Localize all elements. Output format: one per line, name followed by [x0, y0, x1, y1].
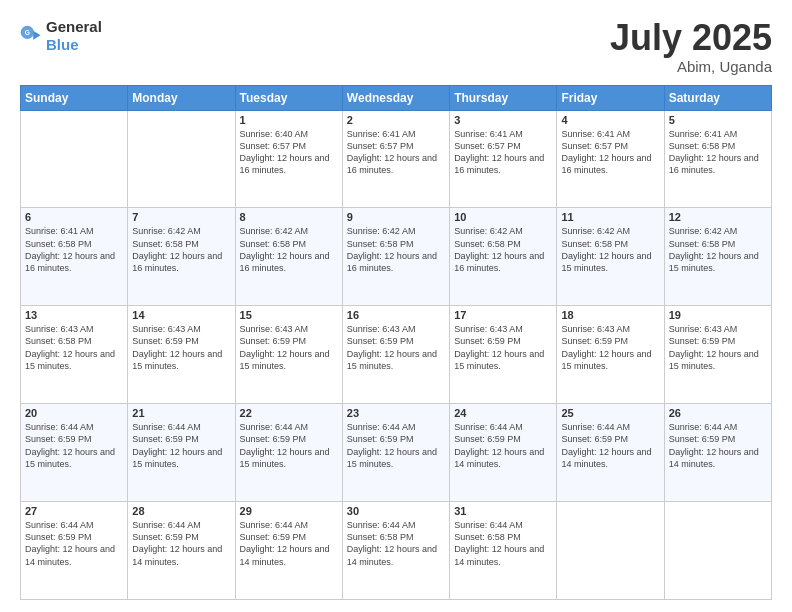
- day-number: 16: [347, 309, 445, 321]
- day-number: 30: [347, 505, 445, 517]
- day-number: 27: [25, 505, 123, 517]
- day-number: 7: [132, 211, 230, 223]
- day-number: 18: [561, 309, 659, 321]
- day-info: Sunrise: 6:41 AMSunset: 6:57 PMDaylight:…: [347, 128, 445, 177]
- day-number: 6: [25, 211, 123, 223]
- day-number: 23: [347, 407, 445, 419]
- day-number: 26: [669, 407, 767, 419]
- svg-text:G: G: [25, 29, 30, 36]
- weekday-header-friday: Friday: [557, 85, 664, 110]
- day-info: Sunrise: 6:42 AMSunset: 6:58 PMDaylight:…: [454, 225, 552, 274]
- day-info: Sunrise: 6:40 AMSunset: 6:57 PMDaylight:…: [240, 128, 338, 177]
- calendar-cell: 18Sunrise: 6:43 AMSunset: 6:59 PMDayligh…: [557, 306, 664, 404]
- calendar-cell: 2Sunrise: 6:41 AMSunset: 6:57 PMDaylight…: [342, 110, 449, 208]
- day-info: Sunrise: 6:44 AMSunset: 6:59 PMDaylight:…: [454, 421, 552, 470]
- day-info: Sunrise: 6:41 AMSunset: 6:58 PMDaylight:…: [25, 225, 123, 274]
- weekday-header-monday: Monday: [128, 85, 235, 110]
- weekday-header-thursday: Thursday: [450, 85, 557, 110]
- day-info: Sunrise: 6:42 AMSunset: 6:58 PMDaylight:…: [132, 225, 230, 274]
- day-number: 3: [454, 114, 552, 126]
- calendar-cell: [664, 502, 771, 600]
- calendar-cell: 11Sunrise: 6:42 AMSunset: 6:58 PMDayligh…: [557, 208, 664, 306]
- calendar-cell: 30Sunrise: 6:44 AMSunset: 6:58 PMDayligh…: [342, 502, 449, 600]
- calendar-cell: [128, 110, 235, 208]
- day-info: Sunrise: 6:42 AMSunset: 6:58 PMDaylight:…: [669, 225, 767, 274]
- calendar-cell: 15Sunrise: 6:43 AMSunset: 6:59 PMDayligh…: [235, 306, 342, 404]
- day-number: 12: [669, 211, 767, 223]
- calendar-cell: 21Sunrise: 6:44 AMSunset: 6:59 PMDayligh…: [128, 404, 235, 502]
- calendar-cell: 4Sunrise: 6:41 AMSunset: 6:57 PMDaylight…: [557, 110, 664, 208]
- day-info: Sunrise: 6:43 AMSunset: 6:59 PMDaylight:…: [132, 323, 230, 372]
- weekday-header-saturday: Saturday: [664, 85, 771, 110]
- calendar-cell: 24Sunrise: 6:44 AMSunset: 6:59 PMDayligh…: [450, 404, 557, 502]
- day-info: Sunrise: 6:43 AMSunset: 6:59 PMDaylight:…: [347, 323, 445, 372]
- day-info: Sunrise: 6:41 AMSunset: 6:57 PMDaylight:…: [454, 128, 552, 177]
- calendar-week-row: 20Sunrise: 6:44 AMSunset: 6:59 PMDayligh…: [21, 404, 772, 502]
- calendar-cell: 8Sunrise: 6:42 AMSunset: 6:58 PMDaylight…: [235, 208, 342, 306]
- calendar-cell: 10Sunrise: 6:42 AMSunset: 6:58 PMDayligh…: [450, 208, 557, 306]
- calendar-cell: 12Sunrise: 6:42 AMSunset: 6:58 PMDayligh…: [664, 208, 771, 306]
- calendar-cell: 13Sunrise: 6:43 AMSunset: 6:58 PMDayligh…: [21, 306, 128, 404]
- calendar-cell: 14Sunrise: 6:43 AMSunset: 6:59 PMDayligh…: [128, 306, 235, 404]
- day-info: Sunrise: 6:44 AMSunset: 6:59 PMDaylight:…: [240, 421, 338, 470]
- calendar-cell: 27Sunrise: 6:44 AMSunset: 6:59 PMDayligh…: [21, 502, 128, 600]
- day-info: Sunrise: 6:44 AMSunset: 6:59 PMDaylight:…: [132, 519, 230, 568]
- logo-blue: Blue: [46, 36, 79, 53]
- calendar-table: SundayMondayTuesdayWednesdayThursdayFrid…: [20, 85, 772, 600]
- calendar-cell: 23Sunrise: 6:44 AMSunset: 6:59 PMDayligh…: [342, 404, 449, 502]
- day-info: Sunrise: 6:43 AMSunset: 6:59 PMDaylight:…: [561, 323, 659, 372]
- logo-icon: G: [20, 25, 42, 47]
- calendar-cell: 19Sunrise: 6:43 AMSunset: 6:59 PMDayligh…: [664, 306, 771, 404]
- calendar-cell: 28Sunrise: 6:44 AMSunset: 6:59 PMDayligh…: [128, 502, 235, 600]
- page: G General Blue July 2025 Abim, Uganda Su…: [0, 0, 792, 612]
- logo-general: General: [46, 18, 102, 35]
- calendar-week-row: 27Sunrise: 6:44 AMSunset: 6:59 PMDayligh…: [21, 502, 772, 600]
- day-number: 19: [669, 309, 767, 321]
- svg-marker-2: [33, 31, 40, 40]
- day-info: Sunrise: 6:42 AMSunset: 6:58 PMDaylight:…: [240, 225, 338, 274]
- day-info: Sunrise: 6:44 AMSunset: 6:58 PMDaylight:…: [454, 519, 552, 568]
- day-number: 13: [25, 309, 123, 321]
- calendar-cell: 3Sunrise: 6:41 AMSunset: 6:57 PMDaylight…: [450, 110, 557, 208]
- calendar-cell: [557, 502, 664, 600]
- calendar-cell: [21, 110, 128, 208]
- calendar-cell: 6Sunrise: 6:41 AMSunset: 6:58 PMDaylight…: [21, 208, 128, 306]
- calendar-cell: 22Sunrise: 6:44 AMSunset: 6:59 PMDayligh…: [235, 404, 342, 502]
- calendar-cell: 16Sunrise: 6:43 AMSunset: 6:59 PMDayligh…: [342, 306, 449, 404]
- day-info: Sunrise: 6:43 AMSunset: 6:59 PMDaylight:…: [240, 323, 338, 372]
- logo: G General Blue: [20, 18, 102, 54]
- calendar-cell: 1Sunrise: 6:40 AMSunset: 6:57 PMDaylight…: [235, 110, 342, 208]
- title-month: July 2025: [610, 18, 772, 58]
- day-number: 9: [347, 211, 445, 223]
- day-info: Sunrise: 6:44 AMSunset: 6:59 PMDaylight:…: [669, 421, 767, 470]
- day-info: Sunrise: 6:44 AMSunset: 6:59 PMDaylight:…: [240, 519, 338, 568]
- day-number: 17: [454, 309, 552, 321]
- day-number: 22: [240, 407, 338, 419]
- calendar-cell: 5Sunrise: 6:41 AMSunset: 6:58 PMDaylight…: [664, 110, 771, 208]
- day-number: 29: [240, 505, 338, 517]
- day-info: Sunrise: 6:43 AMSunset: 6:59 PMDaylight:…: [669, 323, 767, 372]
- day-info: Sunrise: 6:44 AMSunset: 6:59 PMDaylight:…: [132, 421, 230, 470]
- calendar-week-row: 6Sunrise: 6:41 AMSunset: 6:58 PMDaylight…: [21, 208, 772, 306]
- header: G General Blue July 2025 Abim, Uganda: [20, 18, 772, 75]
- day-info: Sunrise: 6:41 AMSunset: 6:57 PMDaylight:…: [561, 128, 659, 177]
- weekday-header-tuesday: Tuesday: [235, 85, 342, 110]
- day-number: 5: [669, 114, 767, 126]
- day-number: 14: [132, 309, 230, 321]
- day-number: 15: [240, 309, 338, 321]
- title-block: July 2025 Abim, Uganda: [610, 18, 772, 75]
- day-number: 11: [561, 211, 659, 223]
- day-number: 1: [240, 114, 338, 126]
- calendar-cell: 9Sunrise: 6:42 AMSunset: 6:58 PMDaylight…: [342, 208, 449, 306]
- calendar-cell: 31Sunrise: 6:44 AMSunset: 6:58 PMDayligh…: [450, 502, 557, 600]
- calendar-cell: 26Sunrise: 6:44 AMSunset: 6:59 PMDayligh…: [664, 404, 771, 502]
- day-number: 8: [240, 211, 338, 223]
- day-info: Sunrise: 6:42 AMSunset: 6:58 PMDaylight:…: [347, 225, 445, 274]
- day-number: 28: [132, 505, 230, 517]
- day-number: 21: [132, 407, 230, 419]
- day-info: Sunrise: 6:44 AMSunset: 6:59 PMDaylight:…: [25, 421, 123, 470]
- day-info: Sunrise: 6:44 AMSunset: 6:59 PMDaylight:…: [25, 519, 123, 568]
- day-info: Sunrise: 6:43 AMSunset: 6:59 PMDaylight:…: [454, 323, 552, 372]
- day-info: Sunrise: 6:44 AMSunset: 6:59 PMDaylight:…: [561, 421, 659, 470]
- day-number: 25: [561, 407, 659, 419]
